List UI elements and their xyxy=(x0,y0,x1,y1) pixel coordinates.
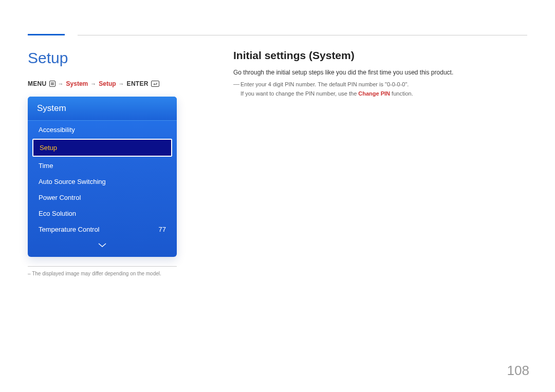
breadcrumb-arrow-icon: → xyxy=(90,81,96,87)
menu-item-auto-source[interactable]: Auto Source Switching xyxy=(32,174,172,190)
note-text-pre: If you want to change the PIN number, us… xyxy=(240,90,358,97)
top-rule-accent xyxy=(28,34,65,35)
note-text-post: function. xyxy=(390,90,413,97)
page-number: 108 xyxy=(507,363,529,379)
page-content: Setup MENU → System → Setup → ENTER Syst… xyxy=(0,0,555,276)
menu-item-power-control[interactable]: Power Control xyxy=(32,190,172,206)
right-column: Initial settings (System) Go through the… xyxy=(233,28,527,276)
note-change-pin: If you want to change the PIN number, us… xyxy=(240,89,527,99)
menu-item-temperature[interactable]: Temperature Control 77 xyxy=(32,221,172,237)
menu-item-label: Temperature Control xyxy=(39,226,100,233)
page-title: Setup xyxy=(28,49,208,67)
menu-item-value: 77 xyxy=(159,226,166,233)
menu-item-eco-solution[interactable]: Eco Solution xyxy=(32,206,172,221)
image-disclaimer: – The displayed image may differ dependi… xyxy=(28,271,182,276)
menu-item-setup[interactable]: Setup xyxy=(32,139,172,157)
menu-item-label: Time xyxy=(39,162,53,170)
menu-item-label: Setup xyxy=(40,144,57,152)
breadcrumb: MENU → System → Setup → ENTER xyxy=(28,80,208,87)
menu-items-container: Accessibility Setup Time Auto Source Swi… xyxy=(28,121,177,238)
breadcrumb-enter: ENTER xyxy=(127,80,149,87)
section-title: Initial settings (System) xyxy=(233,49,527,62)
breadcrumb-arrow-icon: → xyxy=(58,81,64,87)
menu-item-accessibility[interactable]: Accessibility xyxy=(32,122,172,138)
menu-item-label: Eco Solution xyxy=(39,210,76,217)
top-rule-line xyxy=(78,35,527,35)
menu-item-time[interactable]: Time xyxy=(32,158,172,174)
menu-item-label: Power Control xyxy=(39,194,81,201)
panel-bottom-rule xyxy=(28,266,177,267)
note-pin-default: Enter your 4 digit PIN number. The defau… xyxy=(240,80,527,89)
breadcrumb-menu: MENU xyxy=(28,80,47,87)
enter-icon xyxy=(151,81,159,87)
system-menu-panel: System Accessibility Setup Time Auto Sou… xyxy=(28,97,177,257)
scroll-down-icon[interactable] xyxy=(28,238,177,253)
section-body: Go through the initial setup steps like … xyxy=(233,69,527,76)
menu-panel-header: System xyxy=(28,97,177,121)
menu-item-label: Auto Source Switching xyxy=(39,178,106,185)
menu-icon xyxy=(49,81,55,87)
left-column: Setup MENU → System → Setup → ENTER Syst… xyxy=(28,28,208,276)
breadcrumb-arrow-icon: → xyxy=(119,81,124,87)
breadcrumb-setup: Setup xyxy=(99,80,116,87)
change-pin-label: Change PIN xyxy=(358,90,390,97)
menu-item-label: Accessibility xyxy=(39,126,75,134)
svg-rect-4 xyxy=(151,81,159,87)
breadcrumb-system: System xyxy=(66,80,88,87)
